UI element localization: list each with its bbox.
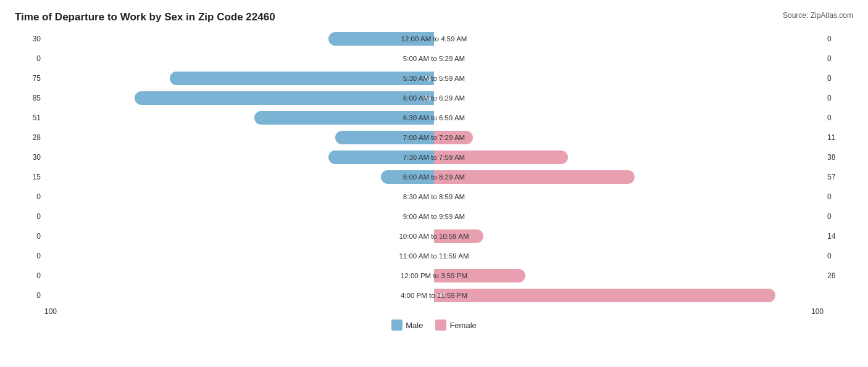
bars-center: 7:30 AM to 7:59 AM [44,148,824,167]
bar-row: 516:30 AM to 6:59 AM0 [15,109,853,127]
legend-female: Female [435,320,476,331]
right-bar-wrap [434,151,824,164]
axis-labels: 100 100 [15,307,853,316]
bar-row: 010:00 AM to 10:59 AM14 [15,227,853,245]
right-value: 57 [824,173,853,181]
bar-male [335,131,434,144]
left-value: 28 [15,133,44,142]
bar-female [434,151,568,164]
bars-center: 11:00 AM to 11:59 AM [44,247,824,265]
bars-center: 9:00 AM to 9:59 AM [44,207,824,226]
right-value: 0 [824,35,853,43]
right-value: 0 [824,212,853,221]
source-text: Source: ZipAtlas.com [783,11,853,20]
right-bar-wrap: 97 [434,289,824,302]
left-bar-wrap [44,210,434,223]
bar-female [434,131,473,144]
bar-female: 97 [434,289,775,302]
right-bar-wrap [434,210,824,223]
legend-male-label: Male [406,321,423,330]
bar-male [328,151,434,164]
left-value: 30 [15,35,44,43]
left-value: 0 [15,291,44,300]
bar-row: 09:00 AM to 9:59 AM0 [15,207,853,226]
bar-female [434,170,635,184]
bar-male: 75 [170,72,434,85]
bar-male: 85 [135,91,434,105]
right-bar-wrap [434,131,824,144]
right-bar-wrap [434,190,824,204]
right-bar-wrap [434,72,824,85]
right-value: 0 [824,252,853,260]
right-value: 38 [824,153,853,162]
legend-female-box [435,320,446,331]
chart-area: 3012:00 AM to 4:59 AM005:00 AM to 5:29 A… [15,30,853,305]
left-bar-wrap [44,269,434,282]
bar-male [381,170,434,184]
legend-female-label: Female [449,321,476,330]
bars-center: 755:30 AM to 5:59 AM [44,69,824,88]
bars-center: 8:00 AM to 8:29 AM [44,168,824,186]
left-bar-wrap [44,249,434,263]
right-bar-wrap [434,91,824,105]
bar-male [328,32,434,46]
left-bar-wrap: 85 [44,91,434,105]
left-value: 0 [15,271,44,280]
bars-center: 8:30 AM to 8:59 AM [44,188,824,206]
bars-center: 5:00 AM to 5:29 AM [44,49,824,68]
bar-row: 011:00 AM to 11:59 AM0 [15,247,853,265]
right-value: 11 [824,133,853,142]
axis-left: 100 [44,307,57,316]
bar-row: 287:00 AM to 7:29 AM11 [15,128,853,147]
bars-center: 4:00 PM to 11:59 PM97 [44,286,824,305]
right-value: 0 [824,113,853,122]
bars-center: 856:00 AM to 6:29 AM [44,89,824,107]
bar-row: 04:00 PM to 11:59 PM97 [15,286,853,305]
chart-container: Time of Departure to Work by Sex in Zip … [0,0,868,367]
bar-male [254,111,434,125]
legend: Male Female [15,320,853,331]
left-value: 75 [15,74,44,83]
left-value: 0 [15,232,44,241]
left-bar-wrap: 75 [44,72,434,85]
legend-male: Male [391,320,423,331]
left-bar-wrap [44,170,434,184]
bar-row: 012:00 PM to 3:59 PM26 [15,266,853,285]
left-bar-wrap [44,131,434,144]
bars-center: 6:30 AM to 6:59 AM [44,109,824,127]
right-bar-wrap [434,249,824,263]
left-bar-wrap [44,111,434,125]
bars-center: 12:00 PM to 3:59 PM [44,266,824,285]
left-bar-wrap [44,52,434,65]
right-bar-wrap [434,170,824,184]
bar-row: 3012:00 AM to 4:59 AM0 [15,30,853,48]
bar-row: 05:00 AM to 5:29 AM0 [15,49,853,68]
left-value: 0 [15,212,44,221]
bar-row: 158:00 AM to 8:29 AM57 [15,168,853,186]
bar-row: 08:30 AM to 8:59 AM0 [15,188,853,206]
bar-female [434,229,483,243]
right-bar-wrap [434,111,824,125]
right-value: 0 [824,54,853,63]
axis-right: 100 [811,307,824,316]
left-bar-wrap [44,289,434,302]
bars-center: 7:00 AM to 7:29 AM [44,128,824,147]
left-value: 85 [15,94,44,102]
right-value: 0 [824,74,853,83]
right-value: 0 [824,94,853,102]
bar-row: 85856:00 AM to 6:29 AM0 [15,89,853,107]
left-bar-wrap [44,32,434,46]
left-bar-wrap [44,151,434,164]
left-value: 51 [15,113,44,122]
right-bar-wrap [434,229,824,243]
right-bar-wrap [434,269,824,282]
left-value: 0 [15,192,44,201]
right-bar-wrap [434,52,824,65]
bar-row: 75755:30 AM to 5:59 AM0 [15,69,853,88]
legend-male-box [391,320,403,331]
right-value: 0 [824,192,853,201]
bars-center: 10:00 AM to 10:59 AM [44,227,824,245]
chart-title: Time of Departure to Work by Sex in Zip … [15,11,853,23]
left-value: 0 [15,252,44,260]
right-value: 26 [824,271,853,280]
